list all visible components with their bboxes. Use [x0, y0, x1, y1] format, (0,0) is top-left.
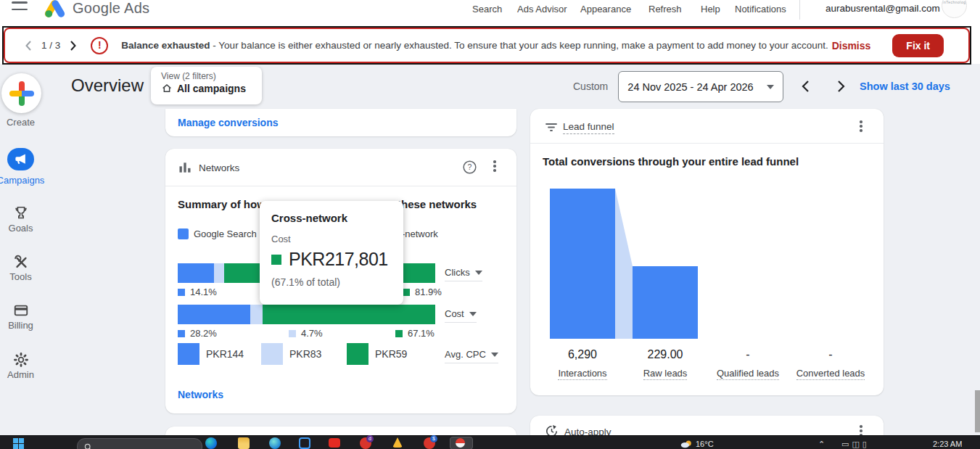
stage-label[interactable]: Converted leads	[796, 368, 865, 380]
networks-kebab-icon[interactable]	[490, 160, 500, 175]
stage-label[interactable]: Raw leads	[643, 368, 688, 380]
taskbar-flame-icon[interactable]	[392, 437, 403, 448]
lead-funnel-title[interactable]: Lead funnel	[563, 121, 614, 134]
tray-icons[interactable]: ▭◫▯	[841, 440, 870, 449]
taskbar-app-d-icon[interactable]: d	[360, 437, 371, 449]
topbar-divider	[799, 0, 800, 20]
topnav-ads-advisor[interactable]: Ads Advisor	[517, 4, 567, 15]
taskbar-app-dollar-icon[interactable]: $	[424, 437, 435, 449]
home-icon	[161, 83, 173, 94]
billing-card-icon[interactable]	[13, 302, 29, 318]
networks-footer-link[interactable]: Networks	[178, 389, 223, 400]
pct-label: 67.1%	[395, 328, 435, 339]
topnav-refresh[interactable]: Refresh	[648, 4, 682, 15]
windows-taskbar: d $ 16°C ⌃ ▭◫▯ 2:23 AM	[0, 435, 980, 449]
sidebar-item-create[interactable]	[1, 73, 41, 113]
lead-funnel-card: Lead funnel Total conversions through yo…	[530, 109, 884, 395]
hamburger-menu-icon[interactable]	[12, 1, 28, 15]
manage-conversions-link[interactable]: Manage conversions	[178, 117, 279, 128]
funnel-icon	[545, 120, 558, 133]
avg-cpc-chip: PKR83	[261, 343, 321, 365]
conversions-card: Manage conversions	[165, 109, 516, 136]
sidebar-item-campaigns[interactable]	[7, 148, 34, 170]
svg-text:?: ?	[468, 162, 472, 171]
funnel-bar-interactions[interactable]	[550, 189, 615, 339]
pct-label: 28.2%	[178, 328, 217, 339]
sidebar-label-tools: Tools	[0, 271, 52, 282]
bar-segment-google-search[interactable]	[178, 263, 214, 283]
account-email[interactable]: aurabusrental@gmail.com	[825, 3, 940, 14]
banner-text: Balance exhausted - Your balance is eith…	[121, 40, 828, 51]
view-filter-value: All campaigns	[177, 83, 246, 94]
funnel-bar-raw-leads[interactable]	[633, 266, 698, 339]
view-filter-label: View (2 filters)	[161, 71, 262, 81]
networks-header-divider	[165, 186, 516, 186]
lead-funnel-header-divider	[530, 143, 884, 144]
tooltip-value: PKR217,801	[289, 249, 388, 270]
banner-title: Balance exhausted	[121, 40, 210, 51]
taskbar-active-app-tile[interactable]	[450, 437, 473, 449]
goals-trophy-icon[interactable]	[13, 205, 29, 221]
taskbar-phone-link-icon[interactable]	[299, 437, 310, 449]
alert-icon: !	[91, 37, 108, 54]
view-filter-chip[interactable]: View (2 filters) All campaigns	[151, 67, 262, 104]
metric-picker-cost[interactable]: Cost	[445, 308, 477, 323]
taskbar-clock[interactable]: 2:23 AM	[933, 440, 962, 448]
taskbar-edge-icon[interactable]	[205, 437, 217, 449]
funnel-stage-converted-leads: -Converted leads	[789, 348, 872, 380]
taskbar-youtube-icon[interactable]	[329, 438, 340, 448]
dismiss-button[interactable]: Dismiss	[832, 40, 871, 52]
picker-caret-icon	[475, 271, 482, 275]
picker-caret-icon	[491, 353, 498, 357]
taskbar-search-box[interactable]	[77, 438, 202, 449]
topnav-help[interactable]: Help	[701, 4, 720, 15]
pct-label: 81.9%	[403, 287, 442, 297]
metric-picker-clicks[interactable]: Clicks	[445, 267, 482, 281]
date-prev-icon[interactable]	[798, 78, 814, 94]
avg-cpc-chip: PKR144	[178, 343, 244, 365]
lead-funnel-kebab-icon[interactable]	[856, 120, 866, 135]
legend-swatch-icon	[178, 228, 189, 239]
taskbar-file-explorer-icon[interactable]	[238, 437, 250, 449]
show-last-30-days-link[interactable]: Show last 30 days	[860, 81, 950, 92]
help-icon[interactable]: ?	[462, 160, 477, 175]
fix-it-button[interactable]: Fix it	[892, 34, 944, 57]
bar-segment-search-partners[interactable]	[250, 305, 263, 324]
page-title: Overview	[71, 75, 144, 96]
networks-card-title: Networks	[199, 162, 239, 173]
topnav-appearance[interactable]: Appearance	[580, 4, 631, 15]
stage-label[interactable]: Qualified leads	[717, 368, 779, 380]
topnav-search[interactable]: Search	[472, 4, 502, 15]
picker-caret-icon	[469, 312, 477, 316]
legend-item: Google Search	[178, 228, 257, 239]
bar-segment-search-partners[interactable]	[214, 263, 224, 283]
banner-prev-icon[interactable]	[22, 39, 36, 52]
date-caret-icon	[767, 85, 774, 89]
date-range-selector[interactable]: 24 Nov 2025 - 24 Apr 2026	[618, 71, 783, 102]
funnel-stage-interactions: 6,290Interactions	[541, 348, 624, 380]
date-mode-label: Custom	[573, 81, 608, 92]
admin-gear-icon[interactable]	[13, 352, 29, 368]
tray-chevron-icon[interactable]: ⌃	[818, 440, 825, 449]
banner-pagination: 1 / 3	[41, 40, 60, 51]
scrollbar-thumb[interactable]	[975, 390, 980, 432]
taskbar-weather[interactable]: 16°C	[680, 440, 714, 448]
stage-label[interactable]: Interactions	[558, 368, 606, 380]
bar-segment-google-search[interactable]	[178, 305, 250, 324]
bar-segment-cross-network[interactable]	[263, 305, 435, 324]
sidebar-label-goals: Goals	[0, 223, 52, 234]
metric-picker-avgcpc[interactable]: Avg. CPC	[445, 349, 498, 363]
windows-start-icon[interactable]	[13, 438, 24, 449]
create-plus-icon	[9, 81, 34, 106]
date-next-icon[interactable]	[833, 78, 849, 94]
tooltip-swatch	[271, 255, 281, 265]
taskbar-teal-app-icon[interactable]	[269, 437, 281, 449]
tools-icon[interactable]	[13, 254, 29, 270]
banner-next-icon[interactable]	[66, 39, 79, 52]
stage-value: 6,290	[541, 348, 624, 361]
sidebar-label-campaigns: Campaigns	[0, 175, 52, 186]
taskbar-search-icon	[84, 443, 92, 449]
stage-value: 229.00	[624, 348, 707, 361]
topnav-notifications[interactable]: Notifications	[735, 4, 786, 15]
networks-summary-left: Summary of how	[178, 198, 265, 210]
